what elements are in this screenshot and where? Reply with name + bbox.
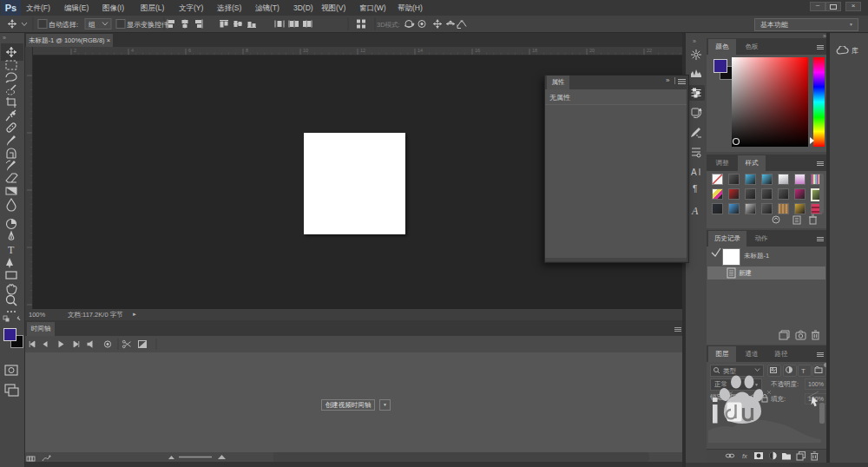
svg-text:16: 16 xyxy=(475,48,480,53)
svg-text:T: T xyxy=(8,244,15,256)
svg-text:A: A xyxy=(691,205,699,217)
svg-text:fx: fx xyxy=(742,452,747,460)
svg-text:¶: ¶ xyxy=(693,184,697,194)
svg-text:14: 14 xyxy=(418,48,423,53)
svg-text:自动选择:: 自动选择: xyxy=(49,21,78,29)
svg-text:20: 20 xyxy=(589,48,595,53)
svg-text:10: 10 xyxy=(303,48,308,53)
svg-text:A: A xyxy=(691,168,697,177)
svg-text:3D模式:: 3D模式: xyxy=(377,21,400,29)
svg-text:»: » xyxy=(693,38,696,44)
svg-text:4: 4 xyxy=(131,48,134,53)
svg-text:显示变换控件: 显示变换控件 xyxy=(127,21,168,29)
svg-text:8: 8 xyxy=(246,48,248,53)
svg-text:6: 6 xyxy=(188,48,191,53)
svg-text:T: T xyxy=(801,367,806,375)
svg-text:»: » xyxy=(3,35,6,41)
svg-text:22: 22 xyxy=(647,48,652,53)
svg-text:组: 组 xyxy=(88,21,95,29)
svg-text:2: 2 xyxy=(74,48,76,53)
svg-text:12: 12 xyxy=(360,48,365,53)
svg-text:18: 18 xyxy=(532,48,537,53)
